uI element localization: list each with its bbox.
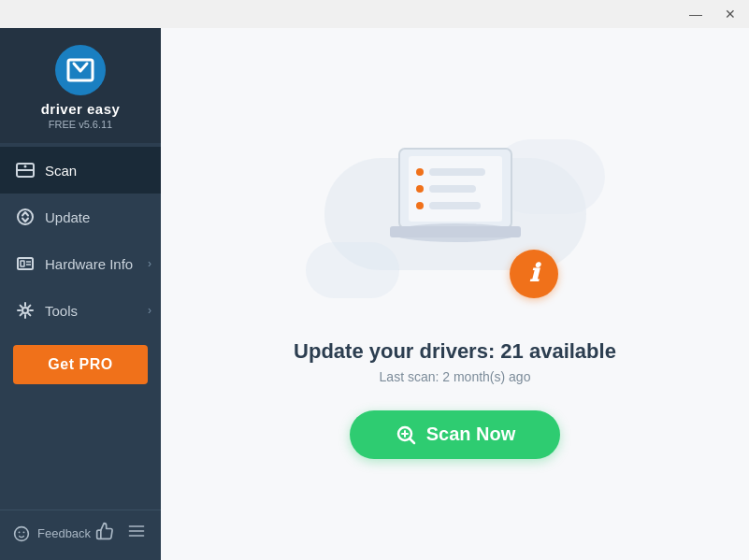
svg-rect-20 [429,168,485,176]
minimize-button[interactable]: — [684,5,708,23]
svg-point-19 [416,168,424,176]
app-name: driver easy [41,101,121,117]
feedback-item[interactable]: Feedback [13,525,91,542]
thumbs-up-icon [95,522,114,540]
tools-icon [15,300,36,321]
hardware-chevron-icon: › [148,257,151,270]
menu-button[interactable] [125,520,148,547]
app-logo [55,45,106,95]
svg-point-4 [24,165,27,168]
scan-now-label: Scan Now [426,424,516,445]
svg-point-10 [22,308,28,313]
sidebar-item-scan[interactable]: Scan [0,147,161,194]
svg-rect-26 [390,226,521,237]
sidebar-item-tools[interactable]: Tools › [0,287,161,334]
titlebar: — ✕ [0,0,749,28]
menu-icon [127,522,146,540]
footer-icons [94,520,148,547]
svg-rect-22 [429,185,476,193]
scan-now-button[interactable]: Scan Now [350,410,561,459]
get-pro-button[interactable]: Get PRO [13,345,148,384]
sidebar-item-update[interactable]: Update [0,194,161,240]
svg-point-13 [22,531,24,533]
content-subtitle: Last scan: 2 month(s) ago [380,369,531,384]
sidebar-header: driver easy FREE v5.6.11 [0,28,161,143]
sidebar-item-tools-label: Tools [45,303,78,319]
scan-now-icon [395,424,417,446]
feedback-icon [13,525,30,542]
sidebar-item-hardware-info[interactable]: Hardware Info › [0,240,161,287]
illustration-wrapper: ℹ [306,130,605,317]
info-icon: ℹ [529,259,539,288]
svg-rect-7 [21,261,24,266]
close-button[interactable]: ✕ [719,5,742,23]
app-version: FREE v5.6.11 [49,119,112,130]
svg-rect-24 [429,202,481,209]
tools-chevron-icon: › [148,304,151,317]
thumbs-up-button[interactable] [94,520,116,547]
sidebar-item-hardware-label: Hardware Info [45,256,133,272]
info-badge: ℹ [510,250,558,298]
sidebar: driver easy FREE v5.6.11 Scan [0,28,161,560]
scan-icon [15,160,36,180]
feedback-label: Feedback [37,526,91,540]
svg-point-23 [416,202,424,209]
content-title: Update your drivers: 21 available [294,339,616,364]
sidebar-nav: Scan Update Hardware Info [0,143,161,510]
svg-point-21 [416,185,424,193]
main-layout: driver easy FREE v5.6.11 Scan [0,28,749,560]
update-icon [15,207,36,227]
svg-point-11 [15,526,29,540]
content-area: ℹ Update your drivers: 21 available Last… [161,28,749,560]
hardware-icon [15,253,36,274]
sidebar-item-update-label: Update [45,209,90,225]
svg-line-28 [410,438,414,443]
sidebar-footer: Feedback [0,510,161,560]
svg-point-12 [19,531,21,533]
sidebar-item-scan-label: Scan [45,163,77,179]
